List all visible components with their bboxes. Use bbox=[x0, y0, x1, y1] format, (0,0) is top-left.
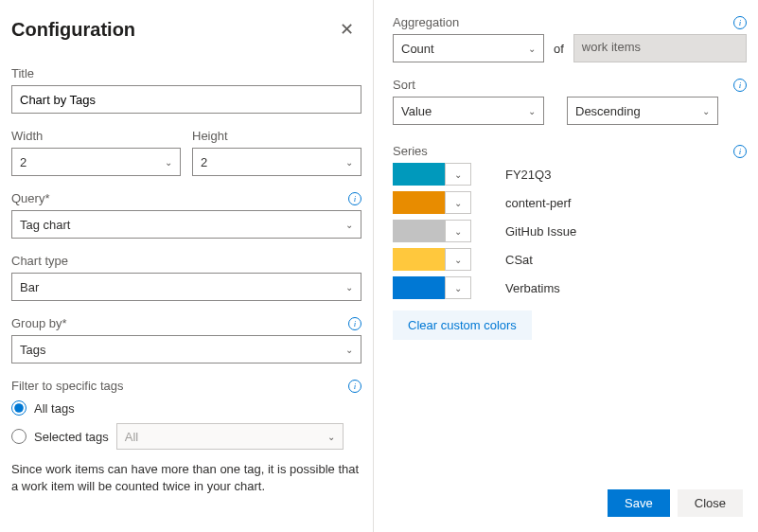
color-picker-button[interactable]: ⌄ bbox=[445, 163, 471, 186]
color-picker-button[interactable]: ⌄ bbox=[445, 276, 471, 299]
sort-by-select[interactable]: Value ⌄ bbox=[393, 97, 544, 125]
color-swatch bbox=[393, 248, 445, 271]
color-picker-button[interactable]: ⌄ bbox=[445, 191, 471, 214]
color-picker-button[interactable]: ⌄ bbox=[445, 248, 471, 271]
height-label: Height bbox=[192, 129, 361, 143]
info-icon[interactable]: i bbox=[733, 145, 747, 158]
chart-type-select[interactable]: Bar ⌄ bbox=[11, 273, 361, 301]
chevron-down-icon: ⌄ bbox=[454, 169, 462, 180]
aggregation-target: work items bbox=[573, 34, 747, 62]
sort-dir-value: Descending bbox=[575, 104, 641, 118]
chart-type-label: Chart type bbox=[11, 254, 361, 268]
chevron-down-icon: ⌄ bbox=[345, 220, 353, 230]
query-select[interactable]: Tag chart ⌄ bbox=[11, 210, 361, 239]
query-value: Tag chart bbox=[20, 218, 70, 232]
query-label: Query* bbox=[11, 191, 49, 205]
config-title: Configuration bbox=[11, 19, 135, 41]
series-row: ⌄CSat bbox=[393, 248, 747, 271]
aggregation-select[interactable]: Count ⌄ bbox=[393, 34, 544, 62]
filter-note: Since work items can have more than one … bbox=[11, 461, 361, 495]
width-label: Width bbox=[11, 129, 181, 143]
aggregation-value: Count bbox=[401, 42, 434, 56]
height-value: 2 bbox=[201, 155, 207, 169]
of-label: of bbox=[554, 42, 564, 56]
color-swatch bbox=[393, 220, 445, 242]
height-select[interactable]: 2 ⌄ bbox=[192, 148, 361, 176]
chevron-down-icon: ⌄ bbox=[345, 157, 353, 168]
color-swatch bbox=[393, 163, 445, 186]
series-row: ⌄FY21Q3 bbox=[393, 163, 747, 186]
color-picker-button[interactable]: ⌄ bbox=[445, 220, 471, 242]
chevron-down-icon: ⌄ bbox=[528, 44, 536, 54]
width-select[interactable]: 2 ⌄ bbox=[11, 148, 181, 176]
series-list: ⌄FY21Q3⌄content-perf⌄GitHub Issue⌄CSat⌄V… bbox=[393, 163, 747, 299]
series-name: CSat bbox=[505, 253, 533, 267]
chevron-down-icon: ⌄ bbox=[454, 283, 462, 293]
chevron-down-icon: ⌄ bbox=[454, 255, 462, 265]
sort-by-value: Value bbox=[401, 104, 432, 118]
group-by-value: Tags bbox=[20, 343, 45, 357]
chevron-down-icon: ⌄ bbox=[165, 157, 172, 168]
info-icon[interactable]: i bbox=[348, 192, 361, 205]
chevron-down-icon: ⌄ bbox=[454, 226, 462, 237]
title-input[interactable] bbox=[11, 85, 361, 114]
series-name: Verbatims bbox=[505, 281, 560, 295]
selected-tags-select: All ⌄ bbox=[116, 423, 344, 450]
series-label: Series bbox=[393, 144, 428, 158]
chevron-down-icon: ⌄ bbox=[454, 198, 462, 208]
selected-tags-label: Selected tags bbox=[34, 430, 109, 444]
series-name: GitHub Issue bbox=[505, 224, 576, 239]
sort-label: Sort bbox=[393, 78, 415, 92]
group-by-select[interactable]: Tags ⌄ bbox=[11, 335, 361, 364]
series-name: content-perf bbox=[505, 196, 571, 210]
chevron-down-icon: ⌄ bbox=[702, 106, 710, 116]
series-row: ⌄content-perf bbox=[393, 191, 747, 214]
all-tags-label: All tags bbox=[34, 401, 75, 416]
info-icon[interactable]: i bbox=[348, 317, 361, 330]
color-swatch bbox=[393, 191, 445, 214]
series-row: ⌄GitHub Issue bbox=[393, 220, 747, 242]
series-name: FY21Q3 bbox=[505, 168, 551, 182]
all-tags-radio[interactable] bbox=[11, 400, 26, 416]
group-by-label: Group by* bbox=[11, 316, 67, 330]
clear-colors-button[interactable]: Clear custom colors bbox=[393, 310, 532, 340]
info-icon[interactable]: i bbox=[733, 16, 747, 29]
info-icon[interactable]: i bbox=[733, 79, 747, 92]
selected-tags-radio[interactable] bbox=[11, 429, 26, 444]
close-icon[interactable]: ✕ bbox=[332, 15, 361, 44]
color-swatch bbox=[393, 276, 445, 299]
width-value: 2 bbox=[20, 155, 26, 169]
save-button[interactable]: Save bbox=[608, 489, 670, 517]
series-row: ⌄Verbatims bbox=[393, 276, 747, 299]
chevron-down-icon: ⌄ bbox=[528, 106, 536, 116]
selected-tags-value: All bbox=[125, 430, 138, 444]
filter-label: Filter to specific tags bbox=[11, 379, 124, 393]
close-button[interactable]: Close bbox=[678, 489, 743, 517]
sort-dir-select[interactable]: Descending ⌄ bbox=[567, 97, 718, 125]
chevron-down-icon: ⌄ bbox=[345, 282, 353, 293]
chevron-down-icon: ⌄ bbox=[345, 345, 353, 355]
chevron-down-icon: ⌄ bbox=[327, 432, 335, 442]
chart-type-value: Bar bbox=[20, 280, 39, 294]
info-icon[interactable]: i bbox=[348, 380, 361, 393]
title-label: Title bbox=[11, 66, 361, 80]
aggregation-label: Aggregation bbox=[393, 15, 459, 29]
